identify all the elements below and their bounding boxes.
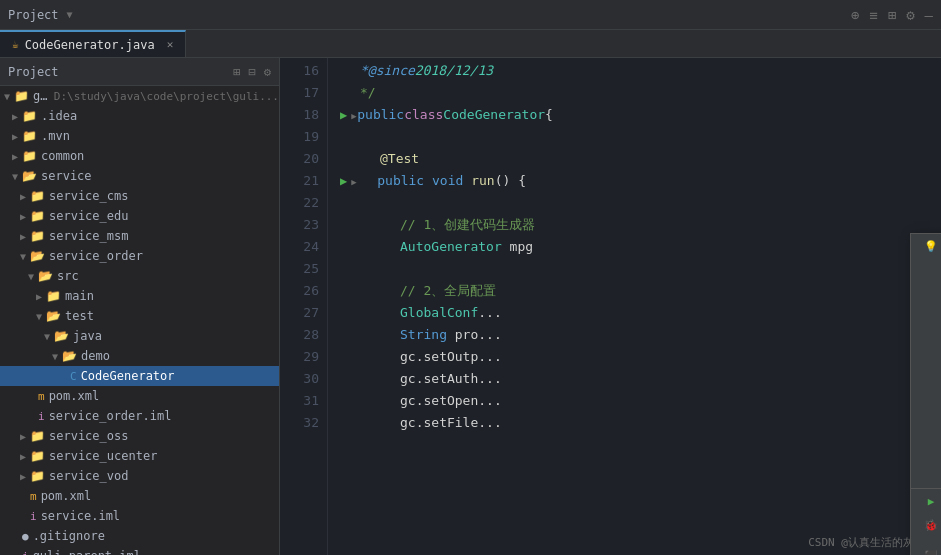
java-label: java: [73, 329, 102, 343]
sidebar-item-service-order-iml[interactable]: i service_order.iml: [0, 406, 279, 426]
ctx-generate[interactable]: Generate... Alt+Inse...: [911, 464, 941, 488]
code-line-17: */: [340, 82, 941, 104]
sidebar-item-codegenerator[interactable]: C CodeGenerator: [0, 366, 279, 386]
order-folder-icon: 📂: [30, 249, 45, 263]
list-icon[interactable]: ≡: [869, 7, 877, 23]
settings-icon[interactable]: ⚙: [906, 7, 914, 23]
edu-label: service_edu: [49, 209, 128, 223]
code-content[interactable]: * @since 2018/12/13 */ ▶ ▶ public class …: [328, 58, 941, 555]
sidebar-item-service[interactable]: ▼ 📂 service: [0, 166, 279, 186]
code-line-19: [340, 126, 941, 148]
fold-icon-21: ▶: [351, 177, 356, 187]
sidebar-title: Project: [8, 65, 59, 79]
sidebar-item-service-ucenter[interactable]: ▶ 📁 service_ucenter: [0, 446, 279, 466]
collapse-all-icon[interactable]: ⊟: [249, 65, 256, 79]
tab-codegenerator[interactable]: ☕ CodeGenerator.java ✕: [0, 30, 186, 57]
ctx-refactor[interactable]: Refactor: [911, 368, 941, 392]
sidebar-item-service-msm[interactable]: ▶ 📁 service_msm: [0, 226, 279, 246]
code-line-24: AutoGenerator mpg: [340, 236, 941, 258]
root-label: guli_parent: [33, 89, 50, 103]
test-folder-icon: 📂: [46, 309, 61, 323]
sidebar-item-service-order[interactable]: ▼ 📂 service_order: [0, 246, 279, 266]
sidebar-item-service-edu[interactable]: ▶ 📁 service_edu: [0, 206, 279, 226]
expand-all-icon[interactable]: ⊞: [233, 65, 240, 79]
code-line-27: GlobalConf...: [340, 302, 941, 324]
src-label: src: [57, 269, 79, 283]
sidebar-item-java[interactable]: ▼ 📂 java: [0, 326, 279, 346]
ctx-column-mode[interactable]: Column Selection Mode Alt+Shift+Inse...: [911, 306, 941, 344]
ctx-run-maven[interactable]: ▶ Run Maven: [911, 488, 941, 513]
ctx-copy-paste[interactable]: Copy / Paste Special: [911, 282, 941, 306]
sidebar-item-pom2[interactable]: m pom.xml: [0, 486, 279, 506]
sidebar-item-pom1[interactable]: m pom.xml: [0, 386, 279, 406]
oss-label: service_oss: [49, 429, 128, 443]
root-path: D:\study\java\code\project\guli...: [54, 90, 279, 103]
main-layout: Project ⊞ ⊟ ⚙ ▼ 📁 guli_parent D:\study\j…: [0, 58, 941, 555]
sidebar-item-main[interactable]: ▶ 📁 main: [0, 286, 279, 306]
common-folder-icon: 📁: [22, 149, 37, 163]
ctx-show-context[interactable]: 💡 Show Context Actions Alt+Enter: [911, 234, 941, 258]
tab-file-icon: ☕: [12, 38, 19, 51]
root-arrow: ▼: [0, 91, 14, 102]
sidebar-item-test[interactable]: ▼ 📂 test: [0, 306, 279, 326]
context-menu: 💡 Show Context Actions Alt+Enter Paste C…: [910, 233, 941, 555]
sidebar-item-gitignore[interactable]: ● .gitignore: [0, 526, 279, 546]
tree-root[interactable]: ▼ 📁 guli_parent D:\study\java\code\proje…: [0, 86, 279, 106]
ctx-goto[interactable]: Go To: [911, 440, 941, 464]
idea-folder-icon: 📁: [22, 109, 37, 123]
ctx-light-icon: 💡: [923, 240, 939, 253]
code-line-25: [340, 258, 941, 280]
sidebar-item-src[interactable]: ▼ 📂 src: [0, 266, 279, 286]
cms-label: service_cms: [49, 189, 128, 203]
ctx-debug-maven[interactable]: 🐞 Debug Maven: [911, 513, 941, 537]
iml1-icon: i: [38, 410, 45, 423]
ctx-folding[interactable]: Folding: [911, 392, 941, 416]
pom1-icon: m: [38, 390, 45, 403]
sidebar-item-idea[interactable]: ▶ 📁 .idea: [0, 106, 279, 126]
minimize-icon[interactable]: —: [925, 7, 933, 23]
code-line-23: // 1、创建代码生成器: [340, 214, 941, 236]
title-bar: Project ▼ ⊕ ≡ ⊞ ⚙ —: [0, 0, 941, 30]
ctx-find-usages[interactable]: Find Usages Alt+F: [911, 344, 941, 368]
idea-arrow: ▶: [8, 111, 22, 122]
ctx-paste[interactable]: Paste Ctrl+: [911, 258, 941, 282]
siml-icon: i: [30, 510, 37, 523]
pom2-icon: m: [30, 490, 37, 503]
add-icon[interactable]: ⊕: [851, 7, 859, 23]
iml1-label: service_order.iml: [49, 409, 172, 423]
ctx-open-terminal[interactable]: ⬛ Open Terminal at the Current Maven Mod…: [911, 537, 941, 555]
ctx-analyze[interactable]: Analyze: [911, 416, 941, 440]
code-line-22: [340, 192, 941, 214]
ucenter-folder-icon: 📁: [30, 449, 45, 463]
mvn-folder-icon: 📁: [22, 129, 37, 143]
sidebar-item-mvn[interactable]: ▶ 📁 .mvn: [0, 126, 279, 146]
dropdown-arrow[interactable]: ▼: [67, 9, 73, 20]
run-arrow-18[interactable]: ▶: [340, 104, 347, 126]
cg-label: CodeGenerator: [81, 369, 175, 383]
service-arrow: ▼: [8, 171, 22, 182]
run-arrow-21[interactable]: ▶: [340, 170, 347, 192]
sidebar-item-common[interactable]: ▶ 📁 common: [0, 146, 279, 166]
tab-close-icon[interactable]: ✕: [167, 38, 174, 51]
cms-folder-icon: 📁: [30, 189, 45, 203]
main-label: main: [65, 289, 94, 303]
sidebar-item-service-vod[interactable]: ▶ 📁 service_vod: [0, 466, 279, 486]
piml-icon: i: [22, 550, 29, 556]
cms-arrow: ▶: [16, 191, 30, 202]
sidebar-item-demo[interactable]: ▼ 📂 demo: [0, 346, 279, 366]
ucenter-label: service_ucenter: [49, 449, 157, 463]
sidebar-item-parent-iml[interactable]: i guli_parent.iml: [0, 546, 279, 555]
sidebar-item-service-oss[interactable]: ▶ 📁 service_oss: [0, 426, 279, 446]
ctx-run-maven-icon: ▶: [923, 495, 939, 508]
sidebar-item-service-iml[interactable]: i service.iml: [0, 506, 279, 526]
msm-folder-icon: 📁: [30, 229, 45, 243]
code-line-20: @Test: [340, 148, 941, 170]
demo-folder-icon: 📂: [62, 349, 77, 363]
sidebar-item-service-cms[interactable]: ▶ 📁 service_cms: [0, 186, 279, 206]
vod-label: service_vod: [49, 469, 128, 483]
java-folder-icon: 📂: [54, 329, 69, 343]
edu-folder-icon: 📁: [30, 209, 45, 223]
main-folder-icon: 📁: [46, 289, 61, 303]
grid-icon[interactable]: ⊞: [888, 7, 896, 23]
settings-sidebar-icon[interactable]: ⚙: [264, 65, 271, 79]
